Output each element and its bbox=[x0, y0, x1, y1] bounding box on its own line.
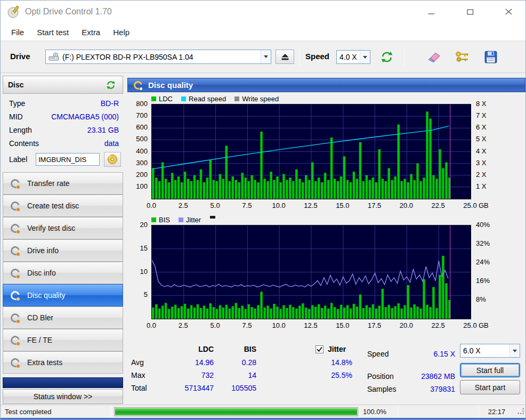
progress-bar bbox=[114, 407, 358, 416]
status-bar: Test completed 100.0% 22:17 bbox=[1, 405, 525, 418]
minimize-button[interactable] bbox=[420, 4, 442, 20]
chart-plot-area bbox=[151, 225, 471, 319]
speed-label: Speed bbox=[305, 52, 329, 61]
label-field-caption: Label bbox=[9, 155, 27, 164]
statusbar-separator bbox=[111, 406, 111, 417]
drive-info-icon bbox=[10, 246, 20, 256]
sidebar-item-disc-info[interactable]: Disc info bbox=[3, 262, 123, 284]
max-row-label: Max bbox=[131, 371, 145, 379]
y-axis-tick: 600 bbox=[136, 123, 148, 131]
erase-disc-button[interactable] bbox=[422, 47, 445, 67]
max-ldc-value: 732 bbox=[160, 371, 214, 379]
max-bis-value: 14 bbox=[219, 371, 256, 379]
sidebar-item-cd-bler[interactable]: CD Bler bbox=[3, 306, 123, 329]
sidebar-item-label: Disc info bbox=[27, 269, 56, 277]
menu-help[interactable]: Help bbox=[107, 25, 136, 39]
info-row-length: Length 23.31 GB bbox=[3, 124, 123, 138]
y-axis-left: 800700600500400300200100 bbox=[127, 104, 150, 199]
check-icon bbox=[317, 346, 322, 352]
x-axis-tick: 17.5 bbox=[363, 201, 386, 209]
sidebar-divider bbox=[3, 377, 123, 388]
sidebar-item-label: Verify test disc bbox=[27, 224, 75, 232]
y-axis-tick: 7 X bbox=[476, 111, 487, 119]
y-axis-tick: 1 X bbox=[476, 182, 487, 190]
disc-panel-header: Disc bbox=[3, 76, 123, 94]
close-icon bbox=[505, 9, 512, 15]
start-full-button[interactable]: Start full bbox=[460, 363, 520, 377]
chevron-down-icon bbox=[261, 50, 271, 63]
save-button[interactable] bbox=[479, 47, 503, 67]
sidebar-item-drive-info[interactable]: Drive info bbox=[3, 239, 123, 262]
disc-quality-header-icon bbox=[133, 80, 143, 90]
x-axis-unit: GB bbox=[479, 321, 489, 329]
disc-refresh-button[interactable] bbox=[104, 78, 118, 92]
chart-plot-area bbox=[151, 104, 471, 199]
menu-file[interactable]: File bbox=[5, 25, 30, 39]
sidebar-item-label: Create test disc bbox=[27, 201, 79, 210]
progress-fill bbox=[115, 408, 357, 415]
sidebar-item-fe-te[interactable]: FE / TE bbox=[3, 329, 123, 351]
y-axis-tick: 32% bbox=[476, 239, 490, 247]
sidebar: Disc Type BD-R MID CMCMAGBA5 (000) Lengt… bbox=[3, 76, 123, 404]
menu-start-test[interactable]: Start test bbox=[30, 25, 75, 39]
extra-tests-icon bbox=[10, 358, 20, 368]
status-window-button[interactable]: Status window >> bbox=[3, 389, 123, 404]
maximize-button[interactable] bbox=[459, 4, 481, 20]
disc-quality-icon bbox=[10, 290, 20, 301]
close-button[interactable] bbox=[498, 4, 519, 20]
drive-select[interactable]: (F:) PLEXTOR BD-R PX-LB950SA 1.04 bbox=[45, 50, 271, 64]
menu-extra[interactable]: Extra bbox=[75, 25, 107, 39]
y-axis-tick: 3 X bbox=[476, 159, 487, 167]
info-label: Contents bbox=[9, 139, 39, 148]
result-speed-select[interactable]: 6.0 X bbox=[460, 344, 520, 358]
samples-label: Samples bbox=[367, 385, 396, 393]
start-part-button[interactable]: Start part bbox=[460, 380, 520, 394]
sidebar-item-label: FE / TE bbox=[27, 336, 52, 344]
info-row-contents: Contents data bbox=[3, 138, 123, 151]
status-text: Test completed bbox=[5, 408, 51, 416]
sidebar-item-disc-quality[interactable]: Disc quality bbox=[3, 284, 123, 306]
max-jitter-value: 25.5% bbox=[299, 371, 352, 379]
ldc-read-speed-chart: 800700600500400300200100 8 X7 X6 X5 X4 X… bbox=[127, 104, 525, 212]
sidebar-item-label: Disc quality bbox=[27, 291, 66, 300]
sidebar-item-verify-test-disc[interactable]: Verify test disc bbox=[3, 217, 123, 239]
avg-bis-value: 0.28 bbox=[219, 358, 256, 367]
x-axis-tick: 22.5 bbox=[426, 201, 450, 209]
sidebar-item-create-test-disc[interactable]: Create test disc bbox=[3, 195, 123, 217]
refresh-button[interactable] bbox=[377, 48, 397, 66]
info-value: CMCMAGBA5 (000) bbox=[51, 112, 119, 121]
y-axis-tick: 700 bbox=[136, 111, 148, 119]
x-axis-tick: 7.5 bbox=[235, 321, 258, 329]
x-axis-tick: 7.5 bbox=[235, 201, 258, 209]
sidebar-item-label: Extra tests bbox=[27, 358, 62, 367]
x-axis-tick: 0.0 bbox=[140, 321, 163, 329]
y-axis-tick: 24% bbox=[476, 258, 490, 266]
window-title: Opti Drive Control 1.70 bbox=[25, 7, 112, 17]
resize-grip[interactable] bbox=[517, 408, 524, 416]
fe-te-icon bbox=[10, 335, 20, 345]
sidebar-item-extra-tests[interactable]: Extra tests bbox=[3, 351, 123, 374]
x-axis-tick: 20.0 bbox=[394, 321, 418, 329]
speed-stat-label: Speed bbox=[367, 350, 389, 358]
disc-label-input[interactable] bbox=[36, 153, 100, 166]
legend-label: BIS bbox=[159, 216, 170, 224]
settings-keys-button[interactable] bbox=[450, 47, 474, 67]
jitter-checkbox[interactable] bbox=[315, 345, 323, 353]
jitter-column-header: Jitter bbox=[328, 345, 346, 353]
sidebar-item-label: CD Bler bbox=[27, 313, 53, 322]
disc-label-button[interactable] bbox=[104, 152, 121, 167]
start-full-label: Start full bbox=[476, 366, 504, 375]
menu-bar: File Start test Extra Help bbox=[1, 24, 525, 41]
y-axis-tick: 40% bbox=[476, 221, 490, 229]
x-axis-tick: 10.0 bbox=[267, 321, 290, 329]
eject-button[interactable] bbox=[276, 50, 294, 64]
statusbar-separator bbox=[479, 406, 479, 417]
y-axis-tick: 300 bbox=[136, 159, 148, 167]
y-axis-tick: 20 bbox=[140, 221, 148, 229]
ldc-swatch bbox=[151, 96, 156, 101]
speed-select[interactable]: 4.0 X bbox=[336, 50, 370, 64]
status-time: 22:17 bbox=[480, 408, 513, 416]
y-axis-tick: 800 bbox=[136, 100, 148, 108]
label-row: Label bbox=[3, 153, 123, 168]
sidebar-item-transfer-rate[interactable]: Transfer rate bbox=[3, 172, 123, 195]
